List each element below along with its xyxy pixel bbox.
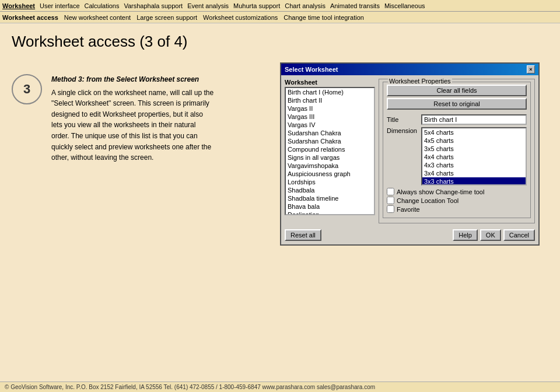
list-item[interactable]: Signs in all vargas bbox=[286, 153, 374, 162]
list-item[interactable]: Shadbala timeline bbox=[286, 194, 374, 202]
list-item[interactable]: Birth chart I (Home) bbox=[286, 88, 374, 96]
list-item[interactable]: 3x4 charts bbox=[422, 169, 526, 177]
worksheet-list[interactable]: Birth chart I (Home) Birth chart II Varg… bbox=[285, 87, 375, 215]
worksheet-panel: Worksheet Birth chart I (Home) Birth cha… bbox=[285, 79, 375, 223]
dialog-footer-right: Help OK Cancel bbox=[453, 229, 535, 241]
menu-bar: Worksheet User interface Calculations Va… bbox=[0, 0, 560, 12]
properties-group-box: Worksheet Properties Clear all fields Re… bbox=[383, 82, 531, 218]
always-show-checkbox[interactable] bbox=[387, 188, 394, 195]
list-item[interactable]: 4x5 charts bbox=[422, 136, 526, 145]
change-location-row: Change Location Tool bbox=[387, 197, 527, 204]
always-show-row: Always show Change-time tool bbox=[387, 188, 527, 195]
properties-group-label: Worksheet Properties bbox=[388, 78, 452, 85]
menu-item-calculations[interactable]: Calculations bbox=[85, 2, 120, 9]
left-section: 3 Method 3: from the Select Worksheet sc… bbox=[12, 62, 268, 246]
method-description-text: A single click on the worksheet name, wi… bbox=[51, 89, 214, 162]
list-item[interactable]: Birth chart II bbox=[286, 96, 374, 104]
prop-buttons: Clear all fields Reset to original bbox=[387, 85, 527, 110]
list-item[interactable]: 3x3 charts bbox=[422, 177, 526, 186]
list-item[interactable]: Bhava bala bbox=[286, 202, 374, 211]
help-button[interactable]: Help bbox=[453, 229, 478, 241]
always-show-label: Always show Change-time tool bbox=[397, 188, 484, 195]
menu-item-varshaphala[interactable]: Varshaphala support bbox=[124, 2, 183, 9]
cancel-button[interactable]: Cancel bbox=[503, 229, 535, 241]
dialog-close-button[interactable]: × bbox=[527, 65, 535, 74]
dimension-label: Dimension bbox=[387, 127, 419, 134]
submenu-item-worksheet-access[interactable]: Worksheet access bbox=[2, 14, 58, 21]
content-area: 3 Method 3: from the Select Worksheet sc… bbox=[0, 57, 560, 251]
menu-item-animated-transits[interactable]: Animated transits bbox=[330, 2, 380, 9]
page-footer: © GeoVision Software, Inc. P.O. Box 2152… bbox=[0, 382, 560, 392]
list-item[interactable]: Vargas III bbox=[286, 113, 374, 121]
title-input[interactable] bbox=[421, 114, 527, 125]
dialog-body: Worksheet Birth chart I (Home) Birth cha… bbox=[281, 75, 538, 227]
ok-button[interactable]: OK bbox=[480, 229, 501, 241]
dialog-titlebar: Select Worksheet × bbox=[281, 64, 538, 75]
list-item[interactable]: Sudarshan Chakra bbox=[286, 129, 374, 137]
step-description: Method 3: from the Select Worksheet scre… bbox=[51, 74, 215, 246]
list-item[interactable]: Declination bbox=[286, 211, 374, 215]
list-item[interactable]: Lordships bbox=[286, 178, 374, 186]
list-item[interactable]: Compound relations bbox=[286, 145, 374, 153]
submenu-item-customizations[interactable]: Worksheet customizations bbox=[203, 14, 278, 21]
submenu-item-large-screen[interactable]: Large screen support bbox=[136, 14, 197, 21]
step-number: 3 bbox=[12, 74, 42, 104]
reset-all-button[interactable]: Reset all bbox=[285, 229, 321, 241]
footer-text: © GeoVision Software, Inc. P.O. Box 2152… bbox=[5, 384, 375, 390]
clear-all-button[interactable]: Clear all fields bbox=[387, 85, 527, 96]
dimension-list[interactable]: 5x4 charts 4x5 charts 3x5 charts 4x4 cha… bbox=[421, 127, 527, 186]
list-item[interactable]: Shadbala bbox=[286, 186, 374, 194]
menu-item-muhurta[interactable]: Muhurta support bbox=[233, 2, 280, 9]
title-row: Title bbox=[387, 114, 527, 125]
reset-to-original-button[interactable]: Reset to original bbox=[387, 98, 527, 110]
list-item[interactable]: Vargas IV bbox=[286, 121, 374, 129]
page-title: Worksheet access (3 of 4) bbox=[0, 23, 560, 57]
submenu-item-change-time[interactable]: Change time tool integration bbox=[284, 14, 364, 21]
favorite-row: Favorite bbox=[387, 205, 527, 213]
list-item[interactable]: 4x3 charts bbox=[422, 161, 526, 169]
method-title: Method 3: from the Select Worksheet scre… bbox=[51, 74, 215, 85]
checkboxes: Always show Change-time tool Change Loca… bbox=[387, 188, 527, 213]
sub-menu-bar: Worksheet access New worksheet content L… bbox=[0, 12, 560, 23]
list-item[interactable]: 3x5 charts bbox=[422, 145, 526, 153]
title-label: Title bbox=[387, 116, 419, 123]
menu-item-chart-analysis[interactable]: Chart analysis bbox=[285, 2, 326, 9]
list-item[interactable]: 4x4 charts bbox=[422, 153, 526, 161]
list-item[interactable]: Vargavimshopaka bbox=[286, 162, 374, 170]
favorite-label: Favorite bbox=[397, 206, 420, 213]
menu-item-user-interface[interactable]: User interface bbox=[40, 2, 79, 9]
worksheet-panel-label: Worksheet bbox=[285, 79, 375, 86]
change-location-label: Change Location Tool bbox=[397, 197, 459, 204]
change-location-checkbox[interactable] bbox=[387, 197, 394, 204]
properties-panel: Worksheet Properties Clear all fields Re… bbox=[379, 79, 535, 223]
list-item[interactable]: Auspiciousness graph bbox=[286, 170, 374, 178]
dimension-row: Dimension 5x4 charts 4x5 charts 3x5 char… bbox=[387, 127, 527, 186]
select-worksheet-dialog: Select Worksheet × Worksheet Birth chart… bbox=[280, 62, 540, 246]
list-item[interactable]: Sudarshan Chakra bbox=[286, 137, 374, 145]
list-item[interactable]: 5x4 charts bbox=[422, 128, 526, 136]
list-item[interactable]: Vargas II bbox=[286, 104, 374, 113]
menu-item-event-analysis[interactable]: Event analysis bbox=[187, 2, 229, 9]
dialog-footer: Reset all Help OK Cancel bbox=[281, 227, 538, 244]
favorite-checkbox[interactable] bbox=[387, 205, 394, 213]
submenu-item-new-worksheet[interactable]: New worksheet content bbox=[64, 14, 131, 21]
menu-item-miscellaneous[interactable]: Miscellaneous bbox=[384, 2, 425, 9]
dialog-title: Select Worksheet bbox=[285, 66, 338, 73]
menu-item-worksheet[interactable]: Worksheet bbox=[2, 2, 35, 9]
